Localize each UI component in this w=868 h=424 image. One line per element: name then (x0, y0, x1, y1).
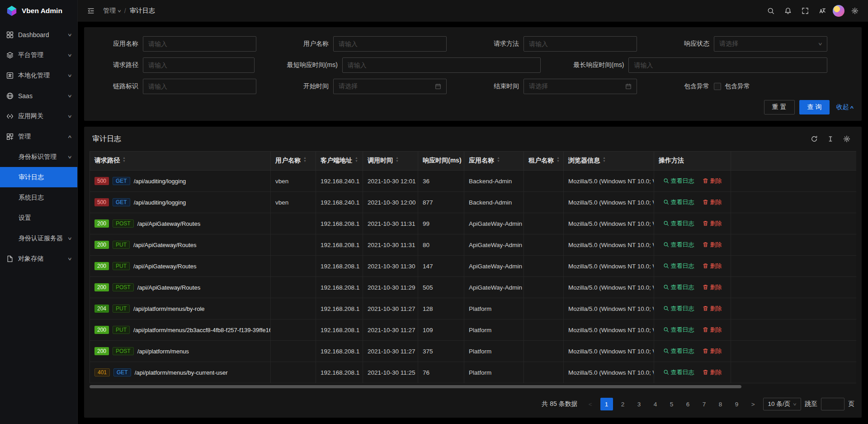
page-button-5[interactable]: 5 (665, 398, 678, 410)
end-time-date-picker[interactable]: 请选择 (524, 79, 637, 94)
sidebar-item-auth-server[interactable]: 身份认证服务器∨ (0, 228, 77, 248)
user-name-input[interactable] (333, 36, 447, 52)
delete-button[interactable]: 删除 (703, 262, 722, 270)
sidebar-item-settings[interactable]: 设置 (0, 208, 77, 228)
jump-page-input[interactable] (821, 398, 844, 410)
column-header-time[interactable]: 调用时间▲▼ (363, 152, 418, 171)
view-log-button[interactable]: 查看日志 (663, 347, 694, 355)
column-header-tenant[interactable]: 租户名称▲▼ (524, 152, 564, 171)
sidebar-fold-icon[interactable] (84, 4, 98, 18)
sidebar-item-app-gateway[interactable]: 应用网关∨ (0, 106, 77, 126)
view-log-button[interactable]: 查看日志 (663, 241, 694, 249)
delete-button[interactable]: 删除 (703, 283, 722, 291)
cell-client-address: 192.168.240.1 (316, 171, 363, 192)
sidebar-item-object-storage[interactable]: 对象存储∨ (0, 248, 77, 269)
user-name-text-input[interactable] (339, 37, 441, 51)
view-log-button[interactable]: 查看日志 (663, 326, 694, 334)
sidebar-item-identity-management[interactable]: 身份标识管理∨ (0, 147, 77, 167)
sidebar-item-platform[interactable]: 平台管理∨ (0, 45, 77, 65)
view-log-button[interactable]: 查看日志 (663, 368, 694, 376)
sidebar-item-audit-log[interactable]: 审计日志 (0, 167, 77, 187)
sidebar-item-localization[interactable]: 本地化管理∨ (0, 65, 77, 86)
request-method-text-input[interactable] (529, 37, 632, 51)
sidebar-item-system-log[interactable]: 系统日志 (0, 187, 77, 208)
settings-icon[interactable] (848, 4, 862, 18)
delete-button[interactable]: 删除 (703, 241, 722, 249)
status-badge: 401 (94, 368, 110, 376)
column-header-duration[interactable]: 响应时间(ms)▲▼ (418, 152, 464, 171)
delete-button[interactable]: 删除 (703, 305, 722, 313)
column-header-app[interactable]: 应用名称▲▼ (464, 152, 524, 171)
sidebar-item-dashboard[interactable]: Dashboard∨ (0, 24, 77, 45)
delete-button[interactable]: 删除 (703, 326, 722, 334)
app-name-text-input[interactable] (148, 37, 251, 51)
table-settings-icon[interactable] (840, 132, 854, 146)
view-log-button[interactable]: 查看日志 (663, 262, 694, 270)
column-header-browser[interactable]: 浏览器信息▲▼ (564, 152, 654, 171)
method-badge: GET (113, 198, 130, 206)
search-button[interactable]: 查 询 (799, 100, 830, 114)
page-button-6[interactable]: 6 (682, 398, 694, 410)
checkbox-box[interactable] (714, 83, 721, 90)
reset-button[interactable]: 重 置 (764, 100, 795, 114)
column-header-user[interactable]: 用户名称▲▼ (271, 152, 316, 171)
max-response-time-text-input[interactable] (634, 58, 822, 72)
fullscreen-icon[interactable] (798, 4, 812, 18)
view-log-button[interactable]: 查看日志 (663, 305, 694, 313)
request-method-input[interactable] (524, 36, 637, 52)
page-button-4[interactable]: 4 (649, 398, 662, 410)
horizontal-scrollbar[interactable] (90, 385, 856, 389)
min-response-time-input[interactable] (342, 57, 541, 73)
response-status-select[interactable]: 请选择∨ (714, 36, 827, 52)
page-button-8[interactable]: 8 (714, 398, 727, 410)
scrollbar-thumb[interactable] (90, 385, 741, 388)
trace-id-input[interactable] (143, 79, 256, 94)
app-name-input[interactable] (143, 36, 256, 52)
bell-icon[interactable] (781, 4, 795, 18)
min-response-time-text-input[interactable] (348, 58, 536, 72)
trace-id-text-input[interactable] (148, 79, 251, 94)
page-button-1[interactable]: 1 (600, 398, 613, 410)
page-size-select[interactable]: 10 条/页 ∨ (763, 398, 801, 410)
request-path-input[interactable] (143, 57, 255, 73)
view-log-button[interactable]: 查看日志 (663, 177, 694, 185)
cell-call-time: 2021-10-30 11:31 (363, 213, 418, 234)
view-log-button[interactable]: 查看日志 (663, 283, 694, 291)
cell-app-name: Backend-Admin (464, 192, 524, 213)
search-icon[interactable] (764, 4, 778, 18)
view-log-button[interactable]: 查看日志 (663, 198, 694, 206)
breadcrumb-root[interactable]: 管理 ∨ (103, 7, 121, 15)
page-button-3[interactable]: 3 (633, 398, 646, 410)
page-button-7[interactable]: 7 (698, 398, 711, 410)
column-header-client[interactable]: 客户端地址▲▼ (316, 152, 363, 171)
locale-icon[interactable] (816, 4, 829, 18)
status-badge: 500 (94, 177, 109, 185)
next-page-button[interactable]: > (747, 398, 760, 410)
cell-request-path: 200PUT/api/ApiGateway/Routes (90, 256, 271, 277)
refresh-icon[interactable] (807, 132, 821, 146)
collapse-filter-link[interactable]: 收起 ∧ (836, 103, 854, 111)
prev-page-button[interactable]: < (584, 398, 597, 410)
column-label: 用户名称 (275, 157, 301, 164)
cell-browser-info: Mozilla/5.0 (Windows NT 10.0; Win (564, 256, 654, 277)
page-button-9[interactable]: 9 (731, 398, 743, 410)
table-size-icon[interactable] (824, 132, 837, 146)
has-exception-checkbox[interactable]: 包含异常 (714, 82, 750, 91)
column-header-path[interactable]: 请求路径▲▼ (90, 152, 271, 171)
max-response-time-input[interactable] (628, 57, 827, 73)
delete-button[interactable]: 删除 (703, 198, 722, 206)
request-path-text-input[interactable] (148, 58, 249, 72)
delete-button[interactable]: 删除 (703, 219, 722, 228)
table-row: 200PUT/api/ApiGateway/Routes192.168.208.… (90, 256, 857, 277)
filler-cell (731, 171, 857, 192)
delete-button[interactable]: 删除 (703, 177, 722, 185)
delete-button[interactable]: 删除 (703, 347, 722, 355)
user-avatar[interactable] (833, 5, 844, 17)
view-log-button[interactable]: 查看日志 (663, 219, 694, 228)
start-time-date-picker[interactable]: 请选择 (333, 79, 447, 94)
sidebar-item-admin[interactable]: 管理∧ (0, 126, 77, 147)
app-logo[interactable]: Vben Admin (0, 0, 77, 22)
sidebar-item-saas[interactable]: Saas∨ (0, 86, 77, 106)
page-button-2[interactable]: 2 (617, 398, 629, 410)
delete-button[interactable]: 删除 (703, 368, 722, 376)
